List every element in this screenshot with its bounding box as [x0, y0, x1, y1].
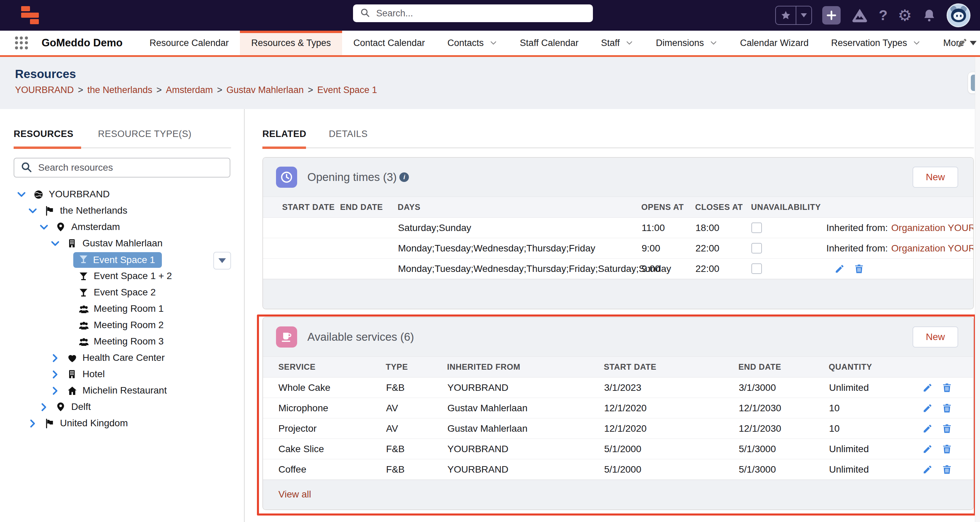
resource-search-input[interactable] [38, 162, 224, 173]
chevron-right-icon[interactable] [39, 402, 49, 414]
chevron-right-icon[interactable] [28, 419, 38, 430]
setup-gear-icon[interactable]: ⚙ [898, 8, 912, 23]
cell-closes-at: 22:00 [695, 259, 751, 279]
unavailability-checkbox[interactable] [751, 223, 762, 233]
info-icon[interactable]: i [399, 172, 409, 182]
available-services-new-button[interactable]: New [913, 326, 958, 347]
chevron-right-icon[interactable] [50, 386, 60, 397]
tree-item-event-space-1-2[interactable]: Event Space 1 + 2 [0, 268, 244, 285]
tree-item-event-space-1[interactable]: Event Space 1 [0, 252, 244, 268]
opening-times-new-button[interactable]: New [913, 167, 958, 188]
global-search-input[interactable] [375, 8, 586, 19]
delete-trash-icon[interactable] [941, 463, 953, 476]
unavailability-checkbox[interactable] [751, 243, 762, 253]
tree-item-label: United Kingdom [60, 418, 128, 429]
user-avatar[interactable] [947, 3, 970, 27]
notifications-bell-icon[interactable] [922, 8, 936, 22]
delete-trash-icon[interactable] [853, 263, 865, 275]
delete-trash-icon[interactable] [941, 381, 953, 394]
favorites-star-icon[interactable] [776, 6, 796, 24]
delete-trash-icon[interactable] [941, 442, 953, 455]
chevron-down-icon[interactable] [50, 239, 60, 250]
nav-tab-resource-calendar[interactable]: Resource Calendar [138, 31, 240, 55]
inherited-from-link[interactable]: Organization YOURBRAND [891, 223, 974, 233]
tree-item-michelin-restaurant[interactable]: Michelin Restaurant [0, 383, 244, 399]
chevron-down-icon[interactable] [16, 189, 27, 201]
tab-related[interactable]: RELATED [262, 129, 306, 139]
app-launcher-icon[interactable] [15, 37, 28, 49]
chevron-right-icon[interactable] [50, 369, 60, 381]
tree-item-meeting-room-3[interactable]: Meeting Room 3 [0, 334, 244, 350]
delete-trash-icon[interactable] [941, 422, 953, 435]
inherited-from-link[interactable]: Organization YOURBRAND [891, 243, 974, 253]
tree-item-menu-button[interactable] [213, 252, 231, 269]
tree-item-united-kingdom[interactable]: United Kingdom [0, 415, 244, 432]
edit-pencil-icon[interactable] [833, 263, 846, 275]
nav-tab-contacts[interactable]: Contacts [436, 31, 509, 55]
tree-item-health-care-center[interactable]: Health Care Center [0, 350, 244, 366]
edit-nav-pencil-icon[interactable] [957, 38, 968, 50]
tree-item-label: Delft [71, 401, 91, 412]
tree-item-amsterdam[interactable]: Amsterdam [0, 219, 244, 236]
breadcrumb-link[interactable]: the Netherlands [87, 85, 152, 95]
tree-item-label: Meeting Room 2 [94, 320, 164, 331]
tab-resources[interactable]: RESOURCES [14, 129, 73, 139]
global-add-icon[interactable] [822, 6, 841, 24]
help-icon[interactable]: ? [879, 7, 888, 24]
edit-pencil-icon[interactable] [921, 422, 934, 435]
cell-end-date [340, 238, 398, 259]
resource-search[interactable] [14, 158, 230, 178]
tree-item-yourbrand[interactable]: YOURBRAND [0, 186, 244, 203]
chevron-down-icon[interactable] [39, 222, 49, 234]
delete-trash-icon[interactable] [941, 402, 953, 415]
breadcrumb-separator: > [217, 85, 223, 95]
tree-item-meeting-room-1[interactable]: Meeting Room 1 [0, 301, 244, 317]
pin-icon [56, 222, 66, 233]
edit-pencil-icon[interactable] [921, 463, 934, 476]
edit-pencil-icon[interactable] [921, 402, 934, 415]
edit-pencil-icon[interactable] [921, 442, 934, 455]
chevron-down-icon[interactable] [28, 206, 38, 217]
vertical-scrollbar[interactable] [975, 57, 980, 522]
nav-tab-calendar-wizard[interactable]: Calendar Wizard [729, 31, 820, 55]
view-all-link[interactable]: View all [278, 489, 311, 500]
column-header-start-date: START DATE [263, 197, 340, 218]
tab-details[interactable]: DETAILS [329, 129, 368, 139]
nav-tab-contact-calendar[interactable]: Contact Calendar [342, 31, 436, 55]
cell-service: Cake Slice [263, 439, 386, 459]
tree-item-hotel[interactable]: Hotel [0, 366, 244, 383]
nav-tab-dimensions[interactable]: Dimensions [645, 31, 729, 55]
cell-closes-at: 22:00 [695, 238, 751, 259]
tree-item-gustav-mahlerlaan[interactable]: Gustav Mahlerlaan [0, 236, 244, 252]
tab-resource-type-s-[interactable]: RESOURCE TYPE(S) [98, 129, 192, 139]
nav-tab-staff[interactable]: Staff [590, 31, 645, 55]
cell-days: Monday;Tuesday;Wednesday;Thursday;Friday… [398, 259, 641, 279]
edit-pencil-icon[interactable] [921, 381, 934, 394]
tree-item-delft[interactable]: Delft [0, 399, 244, 415]
breadcrumb-link[interactable]: Event Space 1 [317, 85, 377, 95]
global-search[interactable] [353, 5, 593, 22]
tree-item-the-netherlands[interactable]: the Netherlands [0, 203, 244, 219]
nav-tab-resources-types[interactable]: Resources & Types [240, 31, 342, 55]
inherited-from-label: Inherited from: [826, 243, 888, 253]
cell-service: Projector [263, 419, 386, 439]
nav-tab-reservation-types[interactable]: Reservation Types [820, 31, 932, 55]
trailhead-icon[interactable] [851, 6, 869, 24]
breadcrumb-link[interactable]: Gustav Mahlerlaan [227, 85, 304, 95]
chevron-right-icon[interactable] [50, 353, 60, 364]
tree-item-selected[interactable]: Event Space 1 [73, 252, 162, 268]
nav-tab-staff-calendar[interactable]: Staff Calendar [509, 31, 590, 55]
opening-times-footer [263, 279, 973, 309]
tree-item-event-space-2[interactable]: Event Space 2 [0, 285, 244, 301]
nav-tab-more[interactable]: More [932, 31, 980, 55]
breadcrumb-link[interactable]: YOURBRAND [15, 85, 74, 95]
favorites-caret-icon[interactable] [796, 6, 811, 24]
unavailability-checkbox[interactable] [751, 263, 762, 274]
tree-item-meeting-room-2[interactable]: Meeting Room 2 [0, 317, 244, 334]
cell-start-date: 12/1/2020 [604, 419, 738, 439]
breadcrumb-link[interactable]: Amsterdam [166, 85, 213, 95]
resource-tree: YOURBRANDthe NetherlandsAmsterdamGustav … [0, 186, 244, 432]
nav-tabs: Resource CalendarResources & TypesContac… [138, 31, 980, 55]
favorites-control[interactable] [775, 6, 812, 25]
cell-end-date [340, 218, 398, 238]
